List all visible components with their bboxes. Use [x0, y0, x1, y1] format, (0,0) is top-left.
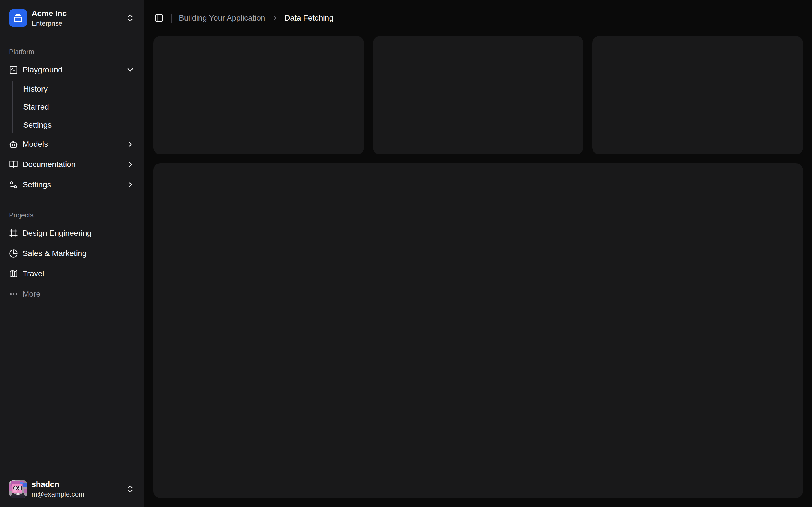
breadcrumb-current-page: Data Fetching: [285, 13, 334, 22]
sidebar-item-models[interactable]: Models: [4, 135, 139, 153]
user-menu-button[interactable]: shadcn m@example.com: [4, 475, 139, 503]
breadcrumb-parent-link[interactable]: Building Your Application: [179, 13, 265, 22]
frame-icon: [9, 229, 18, 238]
platform-menu: Playground History Starred: [4, 61, 139, 194]
chevron-down-icon: [126, 65, 135, 74]
chevrons-up-down-icon: [126, 485, 135, 494]
sidebar-footer: shadcn m@example.com: [0, 471, 144, 507]
avatar: [9, 480, 27, 498]
sidebar-content: Platform Playground: [0, 36, 144, 471]
sidebar-spacer: [0, 307, 144, 471]
sidebar-header: Acme Inc Enterprise: [0, 0, 144, 36]
chevron-right-icon: [126, 180, 135, 189]
sidebar-subitem-label: History: [23, 84, 48, 94]
sidebar-item-label: Sales & Marketing: [22, 249, 135, 258]
breadcrumb: Building Your Application Data Fetching: [179, 13, 334, 22]
team-switcher-button[interactable]: Acme Inc Enterprise: [4, 4, 139, 32]
bot-icon: [9, 140, 18, 149]
group-label-platform: Platform: [4, 43, 139, 61]
user-email: m@example.com: [32, 490, 121, 499]
sidebar-item-label: Design Engineering: [22, 229, 135, 238]
menu-item-wrap: Design Engineering: [4, 224, 139, 242]
ellipsis-icon: [9, 290, 18, 298]
sidebar-item-playground[interactable]: Playground: [4, 61, 139, 79]
chevron-right-icon: [126, 160, 135, 169]
sidebar-item-documentation[interactable]: Documentation: [4, 156, 139, 173]
placeholder-card-2: [373, 36, 583, 154]
menu-item-wrap: Sales & Marketing: [4, 244, 139, 263]
sidebar-item-sales-marketing[interactable]: Sales & Marketing: [4, 244, 139, 263]
sidebar-subitem-settings[interactable]: Settings: [18, 117, 139, 133]
panel-left-icon: [154, 13, 163, 22]
team-info: Acme Inc Enterprise: [32, 8, 121, 27]
sidebar-subitem-starred[interactable]: Starred: [18, 99, 139, 115]
sidebar-item-settings[interactable]: Settings: [4, 176, 139, 194]
sidebar-subitem-label: Starred: [23, 103, 49, 112]
placeholder-panel: [153, 163, 803, 498]
settings-2-icon: [9, 180, 18, 189]
menu-item-wrap: Documentation: [4, 156, 139, 173]
main-area: Building Your Application Data Fetching: [144, 0, 812, 507]
sidebar-item-label: Travel: [22, 269, 135, 278]
pie-chart-icon: [9, 249, 18, 258]
sidebar-item-label: Playground: [22, 65, 121, 74]
nav-group-projects: Projects Design Engineering: [0, 202, 144, 307]
page-content: [144, 36, 812, 507]
sidebar-item-label: More: [22, 290, 135, 298]
sidebar-item-design-engineering[interactable]: Design Engineering: [4, 224, 139, 242]
sidebar-item-label: Settings: [22, 180, 121, 189]
sidebar-item-more[interactable]: More: [4, 285, 139, 303]
sidebar-subitem-history[interactable]: History: [18, 81, 139, 97]
header-separator: [171, 13, 172, 22]
menu-item-wrap: Playground History Starred: [4, 61, 139, 133]
chevrons-up-down-icon: [126, 13, 135, 22]
team-plan: Enterprise: [32, 19, 121, 27]
sidebar-subitem-label: Settings: [23, 121, 52, 129]
placeholder-card-1: [153, 36, 364, 154]
chevron-right-icon: [126, 140, 135, 149]
sidebar-item-travel[interactable]: Travel: [4, 265, 139, 283]
book-open-icon: [9, 160, 18, 169]
projects-menu: Design Engineering Sales & Marketing: [4, 224, 139, 303]
menu-item-wrap: More: [4, 285, 139, 303]
sidebar-item-label: Documentation: [22, 160, 121, 169]
sidebar: Acme Inc Enterprise Platform: [0, 0, 144, 507]
nav-group-platform: Platform Playground: [0, 38, 144, 198]
menu-item-wrap: Travel: [4, 265, 139, 283]
sidebar-toggle-button[interactable]: [151, 10, 167, 26]
sidebar-item-label: Models: [22, 140, 121, 149]
square-terminal-icon: [9, 65, 18, 74]
main-header: Building Your Application Data Fetching: [144, 0, 812, 36]
team-name: Acme Inc: [32, 8, 121, 18]
menu-item-wrap: Models: [4, 135, 139, 153]
user-info: shadcn m@example.com: [32, 480, 121, 499]
chevron-right-icon: [271, 14, 279, 22]
placeholder-cards-row: [153, 36, 803, 154]
group-label-projects: Projects: [4, 206, 139, 224]
map-icon: [9, 269, 18, 278]
placeholder-card-3: [592, 36, 803, 154]
playground-submenu: History Starred Settings: [12, 81, 139, 133]
app-root: Acme Inc Enterprise Platform: [0, 0, 812, 507]
menu-item-wrap: Settings: [4, 176, 139, 194]
user-name: shadcn: [32, 480, 121, 490]
gallery-vertical-end-icon: [9, 9, 27, 27]
